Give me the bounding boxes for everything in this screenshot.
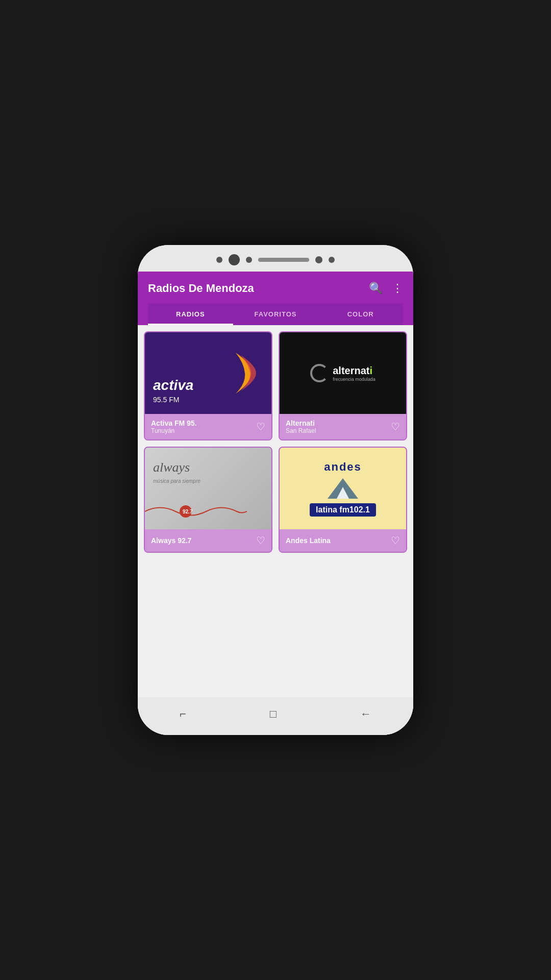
- andes-image: andes latina fm102.1: [280, 448, 406, 529]
- search-icon[interactable]: 🔍: [369, 282, 383, 295]
- alternativa-favorite-button[interactable]: ♡: [391, 421, 400, 433]
- andes-card-name: Andes Latina: [286, 536, 391, 545]
- recents-button[interactable]: ⌐: [169, 703, 196, 725]
- andes-freq-text: latina fm102.1: [316, 505, 370, 514]
- activa-shape-icon: [231, 353, 261, 394]
- radio-card-activa[interactable]: activa 95.5 FM Activa FM 95. Tunuyán: [144, 331, 272, 440]
- sensor-dot: [315, 256, 322, 263]
- bottom-nav: ⌐ □ ←: [138, 697, 413, 735]
- always-wave-icon: 92.7: [145, 504, 247, 519]
- activa-card-location: Tunuyán: [151, 427, 256, 434]
- header-top: Radios De Mendoza 🔍 ⋮: [148, 282, 403, 303]
- radio-card-andes[interactable]: andes latina fm102.1 Andes Latina: [279, 447, 407, 553]
- phone-shell: Radios De Mendoza 🔍 ⋮ RADIOS FAVORITOS C…: [138, 245, 413, 735]
- andes-background: andes latina fm102.1: [280, 448, 406, 529]
- always-subtitle-text: música para siempre: [153, 478, 201, 484]
- alt-subtitle-text: frecuencia modulada: [333, 377, 375, 382]
- alternativa-card-name: Alternati: [286, 419, 391, 427]
- activa-favorite-button[interactable]: ♡: [256, 421, 265, 433]
- activa-card-name: Activa FM 95.: [151, 419, 256, 427]
- back-button[interactable]: ←: [350, 703, 382, 725]
- activa-footer: Activa FM 95. Tunuyán ♡: [145, 414, 271, 439]
- radio-card-alternativa[interactable]: alternati frecuencia modulada Alternati …: [279, 331, 407, 440]
- activa-card-text: Activa FM 95. Tunuyán: [151, 419, 256, 434]
- andes-footer: Andes Latina ♡: [280, 529, 406, 552]
- always-name-text: always: [153, 460, 190, 475]
- always-favorite-button[interactable]: ♡: [256, 534, 265, 547]
- tab-radios[interactable]: RADIOS: [148, 303, 233, 325]
- app-header: Radios De Mendoza 🔍 ⋮ RADIOS FAVORITOS C…: [138, 272, 413, 325]
- andes-favorite-button[interactable]: ♡: [391, 534, 400, 547]
- app-title: Radios De Mendoza: [148, 282, 254, 295]
- always-card-text: Always 92.7: [151, 536, 256, 545]
- always-card-name: Always 92.7: [151, 536, 256, 545]
- phone-top-bar: [138, 245, 413, 272]
- radio-grid: activa 95.5 FM Activa FM 95. Tunuyán: [138, 325, 413, 697]
- alternativa-image: alternati frecuencia modulada: [280, 332, 406, 414]
- camera-dot: [216, 257, 222, 263]
- camera-dot2: [246, 257, 252, 263]
- always-footer: Always 92.7 ♡: [145, 529, 271, 552]
- tab-color[interactable]: COLOR: [318, 303, 403, 325]
- andes-card-text: Andes Latina: [286, 536, 391, 545]
- always-background: always música para siempre 92.7: [145, 448, 271, 529]
- andes-mountain-icon: [322, 476, 363, 501]
- andes-top-text: andes: [324, 460, 362, 474]
- activa-name-text: activa: [153, 377, 193, 394]
- tabs-bar: RADIOS FAVORITOS COLOR: [148, 303, 403, 325]
- phone-screen: Radios De Mendoza 🔍 ⋮ RADIOS FAVORITOS C…: [138, 272, 413, 735]
- alternativa-card-text: Alternati San Rafael: [286, 419, 391, 434]
- camera-dot3: [329, 257, 335, 263]
- more-options-icon[interactable]: ⋮: [392, 282, 403, 295]
- svg-text:92.7: 92.7: [183, 509, 193, 514]
- speaker: [258, 258, 309, 262]
- alternativa-inner: alternati frecuencia modulada: [306, 360, 380, 386]
- home-button[interactable]: □: [260, 703, 287, 725]
- always-image: always música para siempre 92.7: [145, 448, 271, 529]
- activa-background: activa 95.5 FM: [145, 332, 271, 414]
- alternativa-card-location: San Rafael: [286, 427, 391, 434]
- alt-circle-icon: [310, 364, 329, 382]
- activa-image: activa 95.5 FM: [145, 332, 271, 414]
- andes-bottom-badge: latina fm102.1: [310, 503, 376, 517]
- alt-name-text: alternati: [333, 365, 375, 377]
- header-icons: 🔍 ⋮: [369, 282, 403, 295]
- radio-card-always[interactable]: always música para siempre 92.7 Always 9…: [144, 447, 272, 553]
- tab-favoritos[interactable]: FAVORITOS: [233, 303, 318, 325]
- alternativa-footer: Alternati San Rafael ♡: [280, 414, 406, 439]
- camera-lens: [229, 254, 240, 265]
- alternativa-background: alternati frecuencia modulada: [280, 332, 406, 414]
- alt-text: alternati frecuencia modulada: [333, 365, 375, 382]
- activa-freq-text: 95.5 FM: [153, 396, 179, 404]
